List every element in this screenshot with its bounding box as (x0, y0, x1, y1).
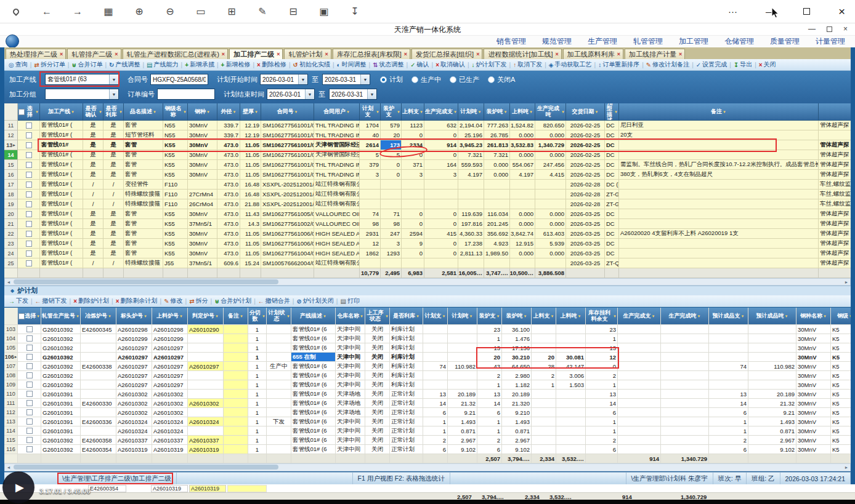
column-header[interactable]: 生产完成支▼ (424, 103, 458, 121)
toolbar-button[interactable]: ↕订单重新排序 (596, 59, 641, 70)
radio-option[interactable]: 已生产 (450, 75, 479, 84)
table-row[interactable]: 114G26010391A26010324A260103241套管线01# (6… (4, 426, 851, 436)
plan-end-from-date[interactable]: 2026-03-01 ▼ (267, 89, 315, 100)
table-row[interactable]: 22套管线01# (是是套管K5530MnV473.011.05SM106277… (4, 229, 851, 239)
filter-icon[interactable]: ▼ (469, 314, 473, 318)
column-header[interactable]: 计划支▼ (360, 103, 381, 121)
row-checkbox[interactable] (26, 446, 33, 452)
table-row[interactable]: 112G26010391A26010302A260103021套管线01# (6… (4, 408, 851, 417)
close-icon[interactable]: × (476, 51, 479, 57)
column-header[interactable]: 计划吨▼ (448, 308, 477, 325)
table-row[interactable]: 109G26010392A26010297A260102971套管线01# (6… (4, 380, 851, 390)
toolbar-button[interactable]: ↑取消下发 (511, 59, 544, 70)
row-checkbox[interactable] (26, 335, 33, 342)
toolbar-button[interactable]: ◈手动获取工艺 (547, 59, 594, 70)
close-icon[interactable]: × (556, 51, 559, 57)
toolbar-button[interactable]: ⊎合并炉计划 (213, 295, 253, 306)
row-checkbox[interactable] (26, 132, 32, 138)
filter-icon[interactable]: ▼ (240, 314, 243, 318)
row-checkbox[interactable] (26, 260, 32, 266)
menu-item[interactable]: 生产管理 (588, 36, 617, 47)
toolbar-button[interactable]: +新增承揽 (183, 59, 216, 70)
chevron-down-icon[interactable]: ▼ (305, 89, 314, 99)
filter-icon[interactable]: ▼ (262, 314, 265, 318)
filter-icon[interactable]: ▼ (478, 110, 482, 114)
column-header[interactable]: 装炉支▼ (381, 103, 402, 121)
column-header[interactable]: 加工产线▼ (40, 103, 83, 121)
column-header[interactable]: 生产完成吨▼ (535, 103, 566, 121)
menu-item[interactable]: 仓储管理 (724, 36, 754, 47)
menu-item[interactable]: 加工管理 (679, 36, 708, 47)
row-checkbox[interactable] (26, 162, 32, 168)
filter-icon[interactable]: ▼ (36, 314, 40, 318)
close-icon[interactable]: × (679, 51, 682, 57)
table-row[interactable]: 110G26010391A26010302A260103021套管线01# (6… (4, 390, 851, 399)
filter-icon[interactable]: ▼ (360, 314, 363, 318)
column-header[interactable]: 判定炉号▼ (188, 308, 224, 325)
row-checkbox[interactable] (26, 409, 33, 415)
table-row[interactable]: 107G26010392E42600338A26010297A26010297A… (4, 362, 851, 371)
toolbar-button[interactable]: ⊎合并订单 (70, 59, 104, 70)
column-header[interactable]: 装炉支▼ (477, 308, 502, 325)
column-header[interactable]: 备注▼ (619, 103, 819, 121)
close-icon[interactable]: × (115, 51, 118, 57)
row-checkbox[interactable] (26, 172, 32, 178)
column-header[interactable]: 计划支▼ (423, 308, 448, 325)
table-row[interactable]: 14套管线01# (是是套管K5530MnV473.011.05SM106277… (4, 150, 851, 160)
column-header[interactable] (819, 103, 851, 121)
toolbar-button[interactable]: ◎查询 (7, 59, 30, 70)
toolbar-button[interactable]: ◐时间调整 (335, 59, 368, 70)
filter-icon[interactable]: ▼ (496, 314, 500, 318)
filter-icon[interactable]: ▼ (108, 314, 111, 318)
column-header[interactable]: 上料吨▼ (510, 103, 535, 121)
table-row[interactable]: 18套管线01# (//特殊螺纹接箍F11027CrMn4473.016.48X… (4, 190, 851, 199)
select-all-checkbox[interactable] (18, 313, 25, 319)
row-checkbox[interactable] (26, 437, 33, 443)
row-checkbox[interactable] (26, 191, 32, 198)
filter-icon[interactable]: ▼ (697, 314, 701, 318)
app-maximize-button[interactable] (827, 26, 832, 32)
close-icon[interactable]: × (222, 51, 225, 57)
table-row[interactable]: 111G26010391E42600330A26010302A26010302A… (4, 399, 851, 408)
tab[interactable]: 热处理排产二级× (6, 49, 66, 59)
back-icon[interactable]: ← (41, 6, 53, 17)
column-header[interactable]: 标头炉号▼ (116, 308, 152, 325)
tab[interactable]: 加工线原料利库× (563, 49, 623, 59)
line-filter-combo[interactable]: 套管线01# (63 ▼ (45, 74, 119, 85)
filter-icon[interactable]: ▼ (179, 314, 183, 318)
filter-icon[interactable]: ▼ (614, 110, 618, 114)
column-header[interactable]: 钢种名称▼ (796, 308, 831, 325)
more-menu-icon[interactable]: ··· (728, 6, 737, 17)
table-row[interactable]: 113G26010391E42600336A26010324A26010324A… (4, 417, 851, 426)
filter-icon[interactable]: ▼ (215, 314, 219, 318)
table-row[interactable]: 21套管线01# (是是套管K5537Mn5/1473.014.3SM10627… (4, 219, 851, 229)
select-all-checkbox[interactable] (18, 109, 25, 115)
column-header[interactable]: 计划吨▼ (458, 103, 484, 121)
column-header[interactable]: 产线描述▼ (291, 308, 336, 325)
plan-start-from-date[interactable]: 2026-03-01 ▼ (260, 74, 308, 85)
table-row[interactable]: 116G26010392E42600354A26010319A26010319A… (4, 445, 851, 454)
table-row[interactable]: 104G26010392A26010299A260102991套管线01# (6… (4, 334, 851, 343)
chevron-down-icon[interactable]: ▼ (298, 74, 307, 84)
toolbar-button[interactable]: ⇄拆分订单 (32, 59, 67, 70)
column-header[interactable]: 计划状态▼ (267, 308, 291, 325)
column-header[interactable]: 生产完成吨▼ (661, 308, 709, 325)
table-row[interactable]: 11套管线01# (是是套管N5530MnV339.712.19SM106277… (4, 121, 851, 130)
row-checkbox[interactable] (26, 354, 33, 360)
toolbar-button[interactable]: ×删除检修 (255, 59, 288, 70)
toolbar-button[interactable]: ▤产线能力 (145, 59, 180, 70)
toolbar-button[interactable]: ←撤销合并 (256, 295, 292, 306)
row-checkbox[interactable] (26, 231, 32, 237)
toolbar-button[interactable]: →下发 (7, 295, 30, 306)
menu-item[interactable]: 质量管理 (770, 36, 800, 47)
filter-icon[interactable]: ▼ (442, 314, 446, 318)
column-header[interactable]: 上料支▼ (402, 103, 424, 121)
column-header[interactable]: 交货日期▼ (566, 103, 605, 121)
column-header[interactable]: 品名描述▼ (124, 103, 163, 121)
table-row[interactable]: 19套管线01# (//特殊螺纹接箍F11026CrMo4473.021.88X… (4, 199, 851, 209)
column-header[interactable]: 轧管生产批号▼ (41, 308, 81, 325)
toolbar-button[interactable]: ⇅状态调整 (371, 59, 405, 70)
column-header[interactable]: 钢种▼ (188, 103, 217, 121)
table-row[interactable]: 13▸套管线01#是是套管K5530MnV473.011.05SM1062775… (4, 140, 851, 150)
tab[interactable]: 加工排产二级× (229, 49, 283, 59)
